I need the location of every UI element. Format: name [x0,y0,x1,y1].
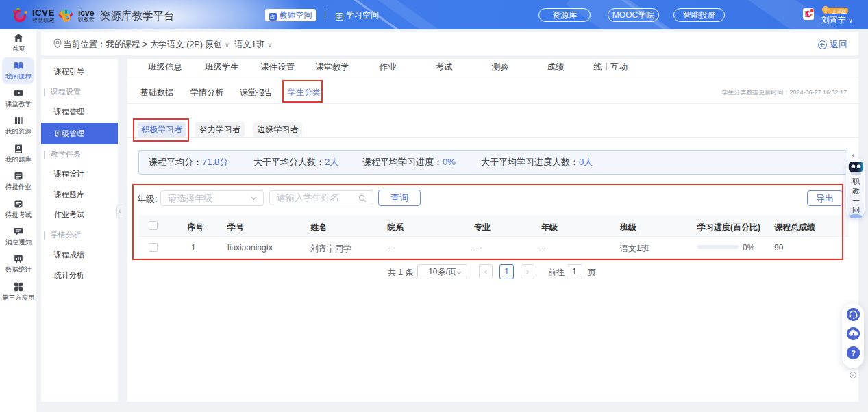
svg-text:?: ? [851,349,856,357]
